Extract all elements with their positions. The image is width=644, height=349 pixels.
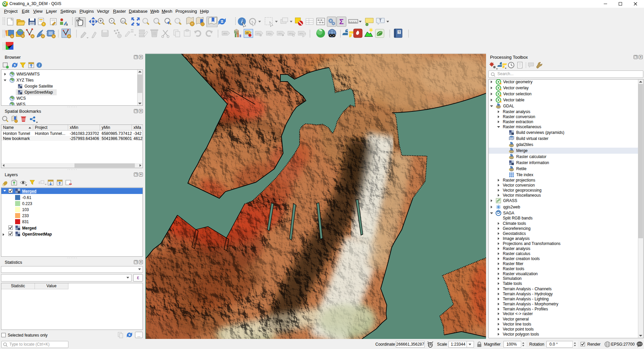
svg-text:Raster miscellaneous: Raster miscellaneous	[503, 124, 541, 129]
svg-text:Raster creation tools: Raster creation tools	[503, 256, 540, 261]
svg-text:Raster analysis: Raster analysis	[503, 109, 530, 114]
svg-text:+: +	[42, 35, 44, 38]
svg-text:+: +	[99, 18, 102, 23]
svg-text:Raster information: Raster information	[516, 160, 549, 165]
svg-text:+: +	[53, 35, 55, 38]
svg-text:GRASS: GRASS	[503, 198, 517, 203]
svg-text:Vector conversion: Vector conversion	[503, 183, 535, 188]
svg-text:Georeferencing: Georeferencing	[503, 226, 531, 231]
svg-text:Terrain Analysis - Morphometry: Terrain Analysis - Morphometry	[503, 302, 558, 306]
svg-text:Raster calculator: Raster calculator	[516, 154, 546, 159]
svg-text:Terrain Analysis - Lighting: Terrain Analysis - Lighting	[503, 297, 549, 301]
svg-text:...: ...	[137, 334, 140, 338]
svg-text:1:1: 1:1	[121, 20, 125, 22]
svg-text:gdal2tiles: gdal2tiles	[516, 142, 533, 147]
svg-text:+: +	[22, 35, 24, 38]
svg-text:GDAL: GDAL	[509, 145, 514, 147]
svg-text:Terrain Analysis - Channels: Terrain Analysis - Channels	[503, 287, 551, 291]
svg-text:Vector geometry: Vector geometry	[503, 80, 532, 84]
svg-text:Vector general: Vector general	[503, 317, 529, 321]
svg-text:ε: ε	[39, 180, 41, 185]
svg-text:Image analysis: Image analysis	[503, 236, 530, 241]
svg-text:WFS: WFS	[16, 102, 25, 105]
svg-text:+: +	[32, 35, 34, 38]
svg-text:Raster calculus: Raster calculus	[503, 251, 530, 256]
svg-text:GDAL: GDAL	[509, 157, 514, 159]
svg-text:Terrain Analysis - Profiles: Terrain Analysis - Profiles	[503, 307, 548, 311]
svg-text:GDAL: GDAL	[509, 151, 514, 153]
svg-text:Vector miscellaneous: Vector miscellaneous	[503, 193, 541, 198]
svg-text:Vector selection: Vector selection	[503, 92, 532, 96]
svg-text:Build virtual raster: Build virtual raster	[516, 136, 548, 141]
svg-text:Google Satellite: Google Satellite	[24, 84, 53, 89]
svg-text:a: a	[66, 22, 68, 26]
svg-text:Split RGB bands: Split RGB bands	[503, 216, 533, 220]
svg-text:WMS/WMTS: WMS/WMTS	[16, 72, 40, 77]
svg-text:Build overviews (pyramids): Build overviews (pyramids)	[516, 130, 564, 135]
svg-text:-: -	[111, 18, 112, 23]
svg-text:Retile: Retile	[516, 166, 527, 171]
svg-text:ab: ab	[246, 31, 249, 34]
svg-text:Raster analysis: Raster analysis	[503, 246, 530, 251]
svg-text:Merge: Merge	[516, 148, 528, 153]
svg-text:+: +	[43, 22, 44, 26]
svg-text:Vector overlay: Vector overlay	[503, 86, 529, 90]
svg-text:Terrain Analysis - Hydrology: Terrain Analysis - Hydrology	[503, 292, 553, 296]
svg-text:Simulation: Simulation	[503, 276, 522, 281]
svg-text:Raster extraction: Raster extraction	[503, 119, 533, 124]
svg-text:Vector table: Vector table	[503, 98, 525, 102]
svg-text:Vector <-> raster: Vector <-> raster	[503, 311, 533, 316]
svg-text:GDAL: GDAL	[496, 106, 501, 108]
svg-text:Vector geoprocessing: Vector geoprocessing	[503, 188, 541, 193]
svg-text:Geostatistics: Geostatistics	[503, 231, 526, 236]
svg-text:Raster visualization: Raster visualization	[503, 271, 538, 276]
svg-text:Climate tools: Climate tools	[503, 221, 526, 226]
svg-text:abc: abc	[299, 32, 304, 35]
svg-text:+: +	[191, 22, 193, 26]
svg-text:GDAL: GDAL	[509, 169, 514, 171]
svg-text:SAGA: SAGA	[503, 211, 514, 215]
svg-text:abc: abc	[223, 32, 227, 35]
svg-text:Vector line tools: Vector line tools	[503, 322, 531, 327]
svg-text:?: ?	[398, 31, 400, 34]
svg-text:Raster conversion: Raster conversion	[503, 114, 535, 119]
svg-text:+: +	[68, 35, 70, 38]
svg-text:Σ: Σ	[339, 17, 343, 26]
svg-text:T: T	[379, 18, 382, 23]
svg-text:+: +	[11, 35, 13, 38]
svg-text:Vector polygon tools: Vector polygon tools	[503, 332, 539, 337]
svg-text:abc: abc	[278, 32, 282, 35]
svg-text:Projections and Transformation: Projections and Transformations	[503, 241, 560, 246]
svg-text:GDAL: GDAL	[503, 104, 514, 108]
svg-text:Raster filter: Raster filter	[503, 261, 523, 266]
svg-text:Raster projections: Raster projections	[503, 178, 535, 183]
svg-text:Vector point tools: Vector point tools	[503, 327, 534, 332]
svg-text:Tile index: Tile index	[516, 172, 533, 177]
svg-text:Raster tools: Raster tools	[503, 266, 524, 271]
svg-text:WCS: WCS	[16, 96, 26, 101]
svg-text:XYZ Tiles: XYZ Tiles	[16, 78, 34, 83]
svg-text:qgis2web: qgis2web	[503, 205, 520, 209]
svg-text:Table tools: Table tools	[503, 281, 522, 286]
svg-text:OpenStreetMap: OpenStreetMap	[24, 90, 53, 95]
